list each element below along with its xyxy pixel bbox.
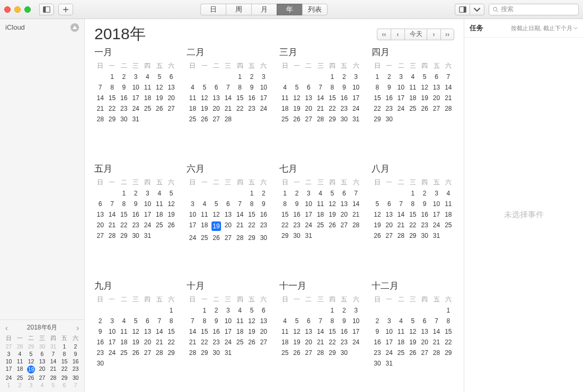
day[interactable]: 9 (372, 326, 383, 337)
day[interactable]: 8 (106, 82, 118, 93)
day[interactable]: 14 (314, 326, 326, 337)
mini-day[interactable]: 17 (3, 365, 14, 374)
month[interactable]: 六月日一二三四五六 123456789101112131415161718192… (187, 163, 269, 270)
day[interactable]: 24 (350, 337, 361, 348)
account-label[interactable]: iCloud (5, 23, 25, 31)
mini-day[interactable]: 13 (37, 358, 48, 365)
day[interactable]: 21 (94, 103, 106, 114)
search-input[interactable]: 搜索 (489, 4, 579, 15)
day[interactable]: 30 (130, 230, 142, 241)
day[interactable]: 9 (130, 199, 142, 209)
day[interactable]: 7 (94, 82, 106, 93)
day[interactable]: 30 (372, 358, 383, 369)
mini-day-other[interactable]: 30 (37, 343, 48, 350)
day[interactable]: 24 (350, 103, 361, 114)
day[interactable]: 25 (199, 233, 210, 243)
day[interactable]: 27 (210, 114, 222, 124)
day[interactable]: 7 (314, 316, 326, 326)
day[interactable]: 17 (350, 93, 361, 103)
day[interactable]: 12 (419, 82, 430, 93)
mini-day[interactable]: 21 (48, 365, 59, 374)
day[interactable]: 27 (419, 348, 430, 358)
day[interactable]: 16 (210, 326, 222, 337)
day[interactable]: 15 (407, 209, 419, 220)
mini-next-button[interactable]: › (74, 324, 81, 332)
day[interactable]: 1 (118, 188, 130, 199)
day[interactable]: 26 (199, 114, 210, 124)
day[interactable]: 16 (383, 93, 395, 103)
day[interactable]: 9 (291, 199, 303, 209)
day[interactable]: 10 (303, 199, 314, 209)
day[interactable]: 20 (419, 337, 430, 348)
day[interactable]: 1 (246, 188, 258, 199)
day[interactable]: 27 (142, 348, 153, 358)
day[interactable]: 13 (303, 93, 314, 103)
day[interactable]: 24 (142, 220, 153, 230)
day[interactable]: 1 (372, 72, 383, 82)
day[interactable]: 2 (383, 72, 395, 82)
day[interactable]: 7 (350, 188, 361, 199)
day[interactable]: 5 (419, 72, 430, 82)
day[interactable]: 2 (210, 305, 222, 316)
day[interactable]: 21 (443, 93, 454, 103)
day[interactable]: 17 (303, 209, 314, 220)
day[interactable]: 26 (154, 103, 165, 114)
mini-day[interactable]: 15 (59, 358, 70, 365)
day[interactable]: 16 (372, 337, 383, 348)
month[interactable]: 五月日一二三四五六 123456789101112131415161718192… (94, 163, 177, 270)
day[interactable]: 18 (443, 209, 454, 220)
day[interactable]: 24 (430, 220, 442, 230)
day[interactable]: 14 (187, 326, 198, 337)
day[interactable]: 27 (303, 348, 314, 358)
day[interactable]: 14 (106, 209, 118, 220)
day[interactable]: 12 (372, 209, 383, 220)
day[interactable]: 24 (303, 220, 314, 230)
day[interactable]: 14 (443, 82, 454, 93)
day[interactable]: 20 (210, 103, 222, 114)
day[interactable]: 6 (258, 305, 269, 316)
day[interactable]: 26 (291, 348, 303, 358)
day[interactable]: 29 (199, 348, 210, 358)
toggle-sidebar-button[interactable] (39, 4, 54, 15)
day[interactable]: 27 (222, 233, 234, 243)
day[interactable]: 30 (419, 230, 430, 241)
day[interactable]: 13 (210, 93, 222, 103)
day[interactable]: 14 (234, 209, 246, 220)
day[interactable]: 24 (383, 348, 395, 358)
day[interactable]: 19 (130, 337, 142, 348)
day[interactable]: 4 (154, 188, 165, 199)
mini-day[interactable]: 8 (59, 350, 70, 358)
day[interactable]: 29 (246, 233, 258, 243)
day[interactable]: 27 (165, 103, 177, 114)
mini-day[interactable]: 10 (3, 358, 14, 365)
day[interactable]: 23 (118, 103, 130, 114)
day[interactable]: 15 (234, 93, 246, 103)
view-tab-3[interactable]: 年 (277, 4, 302, 15)
mini-day[interactable]: 2 (70, 343, 81, 350)
day[interactable]: 29 (372, 114, 383, 124)
day[interactable]: 8 (279, 199, 291, 209)
mini-prev-button[interactable]: ‹ (3, 324, 10, 332)
day[interactable]: 5 (199, 82, 210, 93)
day[interactable]: 4 (395, 316, 407, 326)
day[interactable]: 12 (291, 93, 303, 103)
day[interactable]: 26 (291, 114, 303, 124)
day[interactable]: 8 (326, 316, 338, 326)
day[interactable]: 30 (258, 233, 269, 243)
close-window-button[interactable] (4, 6, 11, 13)
day[interactable]: 20 (338, 209, 350, 220)
day[interactable]: 14 (395, 209, 407, 220)
day[interactable]: 6 (303, 316, 314, 326)
month[interactable]: 一月日一二三四五六 123456789101112131415161718192… (94, 46, 177, 153)
day[interactable]: 19 (326, 209, 338, 220)
day[interactable]: 23 (419, 220, 430, 230)
day[interactable]: 31 (222, 348, 234, 358)
day[interactable]: 30 (338, 348, 350, 358)
mini-day[interactable]: 23 (70, 365, 81, 374)
day[interactable]: 8 (443, 316, 454, 326)
day[interactable]: 14 (430, 326, 442, 337)
day[interactable]: 6 (94, 199, 106, 209)
mini-day[interactable]: 24 (3, 374, 14, 381)
day[interactable]: 11 (395, 326, 407, 337)
day[interactable]: 7 (222, 82, 234, 93)
